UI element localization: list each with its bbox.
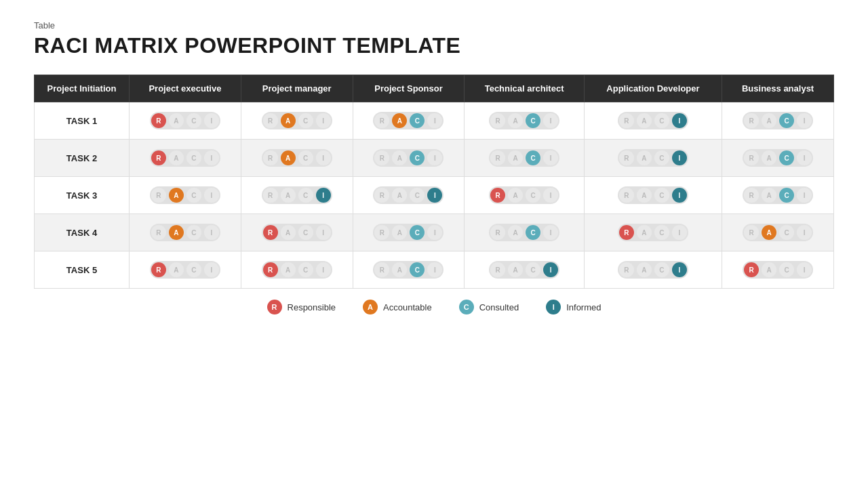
cell-2-3: RACI <box>465 177 584 214</box>
raci-i-badge: I <box>427 150 442 165</box>
raci-r-badge: R <box>151 225 166 240</box>
raci-r-badge: R <box>151 113 166 128</box>
raci-c-badge: C <box>526 225 540 240</box>
raci-r-badge: R <box>263 188 278 203</box>
raci-a-badge: A <box>637 262 652 277</box>
cell-4-1: RACI <box>241 251 353 289</box>
raci-a-badge: A <box>281 225 296 240</box>
header-col2: Project manager <box>241 75 353 102</box>
raci-r-badge: R <box>744 225 759 240</box>
raci-r-badge: R <box>374 225 389 240</box>
raci-table: Project Initiation Project executive Pro… <box>34 75 834 289</box>
cell-2-5: RACI <box>722 177 834 214</box>
cell-1-2: RACI <box>353 140 465 177</box>
raci-i-badge: I <box>672 150 687 165</box>
main-title: RACI MATRIX POWERPOINT TEMPLATE <box>34 33 834 58</box>
cell-3-0: RACI <box>130 214 241 251</box>
raci-a-badge: A <box>169 113 184 128</box>
raci-i-badge: I <box>427 262 442 277</box>
task-label: TASK 3 <box>35 177 130 214</box>
raci-r-badge: R <box>744 113 759 128</box>
raci-i-badge: I <box>204 262 219 277</box>
raci-i-badge: I <box>797 150 812 165</box>
raci-r-badge: R <box>374 188 389 203</box>
legend-item-i: IInformed <box>546 300 601 314</box>
raci-a-badge: A <box>281 113 296 128</box>
raci-c-badge: C <box>654 262 669 277</box>
raci-a-badge: A <box>637 113 652 128</box>
raci-r-badge: R <box>151 262 166 277</box>
raci-r-badge: R <box>744 188 759 203</box>
raci-r-badge: R <box>490 188 505 203</box>
raci-r-badge: R <box>151 150 166 165</box>
raci-r-badge: R <box>374 113 389 128</box>
raci-c-badge: C <box>526 262 540 277</box>
raci-a-badge: A <box>508 262 523 277</box>
raci-r-badge: R <box>263 262 278 277</box>
raci-i-badge: I <box>797 225 812 240</box>
subtitle: Table <box>34 20 834 30</box>
raci-a-badge: A <box>508 150 523 165</box>
raci-a-badge: A <box>508 113 523 128</box>
header-col3: Project Sponsor <box>353 75 465 102</box>
raci-r-badge: R <box>619 150 634 165</box>
task-label: TASK 5 <box>35 251 130 289</box>
raci-a-badge: A <box>637 225 652 240</box>
raci-i-badge: I <box>316 188 331 203</box>
cell-3-1: RACI <box>241 214 353 251</box>
raci-a-badge: A <box>281 188 296 203</box>
raci-i-badge: I <box>316 113 331 128</box>
cell-0-0: RACI <box>130 102 241 140</box>
raci-i-badge: I <box>672 188 687 203</box>
raci-r-badge: R <box>619 225 634 240</box>
cell-1-3: RACI <box>465 140 584 177</box>
cell-2-4: RACI <box>584 177 722 214</box>
legend-item-c: CConsulted <box>459 300 519 314</box>
raci-c-badge: C <box>526 113 540 128</box>
raci-a-badge: A <box>762 113 776 128</box>
legend-label-r: Responsible <box>288 302 336 312</box>
raci-a-badge: A <box>508 225 523 240</box>
table-header-row: Project Initiation Project executive Pro… <box>35 75 834 102</box>
cell-1-0: RACI <box>130 140 241 177</box>
legend: RResponsibleAAccountableCConsultedIInfor… <box>34 300 834 314</box>
legend-label-a: Accountable <box>383 302 432 312</box>
raci-a-badge: A <box>392 113 407 128</box>
legend-badge-r: R <box>267 300 282 314</box>
raci-i-badge: I <box>427 113 442 128</box>
cell-3-5: RACI <box>722 214 834 251</box>
header-col1: Project executive <box>130 75 241 102</box>
raci-c-badge: C <box>298 150 313 165</box>
header-col4: Technical architect <box>465 75 584 102</box>
cell-0-4: RACI <box>584 102 722 140</box>
table-row: TASK 5RACIRACIRACIRACIRACIRACI <box>35 251 834 289</box>
raci-i-badge: I <box>672 225 687 240</box>
raci-i-badge: I <box>543 225 558 240</box>
cell-0-1: RACI <box>241 102 353 140</box>
cell-2-2: RACI <box>353 177 465 214</box>
cell-1-1: RACI <box>241 140 353 177</box>
cell-0-3: RACI <box>465 102 584 140</box>
cell-4-3: RACI <box>465 251 584 289</box>
legend-badge-c: C <box>459 300 474 314</box>
raci-c-badge: C <box>410 188 425 203</box>
raci-c-badge: C <box>779 150 794 165</box>
cell-4-4: RACI <box>584 251 722 289</box>
raci-c-badge: C <box>410 262 425 277</box>
cell-3-2: RACI <box>353 214 465 251</box>
cell-3-4: RACI <box>584 214 722 251</box>
legend-badge-i: I <box>546 300 561 314</box>
raci-c-badge: C <box>654 188 669 203</box>
cell-3-3: RACI <box>465 214 584 251</box>
raci-a-badge: A <box>637 150 652 165</box>
raci-c-badge: C <box>186 262 201 277</box>
legend-label-c: Consulted <box>479 302 519 312</box>
raci-a-badge: A <box>762 262 776 277</box>
raci-c-badge: C <box>186 150 201 165</box>
raci-r-badge: R <box>374 150 389 165</box>
raci-c-badge: C <box>298 225 313 240</box>
cell-2-1: RACI <box>241 177 353 214</box>
cell-0-2: RACI <box>353 102 465 140</box>
raci-c-badge: C <box>779 113 794 128</box>
raci-a-badge: A <box>762 225 776 240</box>
